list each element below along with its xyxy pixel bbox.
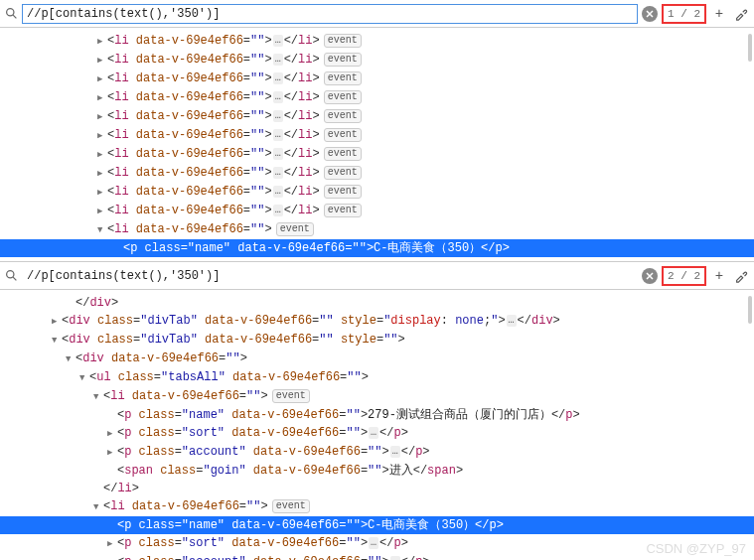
tree-row[interactable]: <p class="account" data-v-69e4ef66="">…<… (0, 553, 754, 560)
event-badge[interactable]: event (324, 166, 362, 180)
scrollbar-thumb[interactable] (748, 34, 752, 62)
tree-row[interactable]: <li data-v-69e4ef66="">event (0, 497, 754, 516)
event-badge[interactable]: event (276, 222, 314, 236)
eyedropper-icon[interactable] (732, 5, 750, 23)
ellipsis-icon[interactable]: … (273, 129, 283, 141)
ellipsis-icon[interactable]: … (369, 427, 378, 439)
event-badge[interactable]: event (324, 71, 362, 85)
svg-line-1 (13, 15, 16, 18)
devtools-panel-2: 2 / 2 + </div><div class="divTab" data-v… (0, 262, 754, 560)
expand-arrow-icon[interactable] (97, 221, 107, 239)
ellipsis-icon[interactable]: … (273, 205, 283, 216)
tree-row[interactable]: <li data-v-69e4ef66="">event (0, 220, 754, 239)
ellipsis-icon[interactable]: … (273, 110, 283, 122)
expand-arrow-icon[interactable] (52, 332, 62, 350)
expand-arrow-icon[interactable] (107, 444, 117, 462)
expand-arrow-icon[interactable] (93, 498, 103, 516)
dom-tree[interactable]: <li data-v-69e4ef66="">…</li>event<li da… (0, 28, 754, 261)
tree-row[interactable]: <li data-v-69e4ef66="">…</li>event (0, 88, 754, 107)
eyedropper-icon[interactable] (732, 267, 750, 285)
tree-row[interactable]: <li data-v-69e4ef66="">…</li>event (0, 145, 754, 164)
event-badge[interactable]: event (324, 53, 362, 67)
event-badge[interactable]: event (324, 147, 362, 161)
ellipsis-icon[interactable]: … (273, 35, 283, 47)
expand-arrow-icon[interactable] (107, 554, 117, 560)
expand-arrow-icon[interactable] (97, 89, 107, 107)
tree-row[interactable]: </div> (0, 294, 754, 312)
svg-point-0 (6, 9, 13, 16)
event-badge[interactable]: event (272, 389, 310, 403)
tree-row[interactable]: </li> (0, 480, 754, 497)
tree-row[interactable]: <p class="sort" data-v-69e4ef66="">…</p> (0, 424, 754, 443)
expand-arrow-icon[interactable] (97, 70, 107, 88)
event-badge[interactable]: event (324, 109, 362, 123)
tree-row[interactable]: <p class="sort" data-v-69e4ef66="">…</p> (0, 534, 754, 553)
event-badge[interactable]: event (324, 34, 362, 48)
tree-row[interactable]: <p class="account" data-v-69e4ef66="">…<… (0, 443, 754, 462)
tree-row[interactable]: <ul class="tabsAll" data-v-69e4ef66=""> (0, 368, 754, 387)
ellipsis-icon[interactable]: … (369, 537, 378, 549)
ellipsis-icon[interactable]: … (273, 72, 283, 84)
event-badge[interactable]: event (324, 185, 362, 199)
search-input[interactable] (22, 266, 638, 286)
event-badge[interactable]: event (324, 90, 362, 104)
match-count: 1 / 2 (662, 4, 706, 24)
ellipsis-icon[interactable]: … (507, 315, 517, 327)
tree-row[interactable]: <p class="name" data-v-69e4ef66="">279-测… (0, 406, 754, 424)
tree-row[interactable]: <p class="name" data-v-69e4ef66="">C-电商美… (0, 516, 754, 534)
tree-row[interactable]: <li data-v-69e4ef66="">…</li>event (0, 32, 754, 51)
search-bar: 1 / 2 + (0, 0, 754, 28)
ellipsis-icon[interactable]: … (390, 556, 400, 560)
tree-row[interactable]: <li data-v-69e4ef66="">…</li>event (0, 51, 754, 70)
tree-row[interactable]: <li data-v-69e4ef66="">…</li>event (0, 70, 754, 88)
search-input[interactable] (22, 4, 638, 24)
event-badge[interactable]: event (272, 499, 310, 513)
event-badge[interactable]: event (324, 128, 362, 142)
tree-row[interactable]: <div data-v-69e4ef66=""> (0, 350, 754, 368)
match-count: 2 / 2 (662, 266, 706, 286)
ellipsis-icon[interactable]: … (273, 148, 283, 160)
tree-row[interactable]: <p class="name" data-v-69e4ef66="">C-电商美… (0, 239, 754, 257)
tree-row[interactable]: <li data-v-69e4ef66="">…</li>event (0, 107, 754, 126)
svg-line-5 (13, 277, 16, 280)
expand-arrow-icon[interactable] (97, 52, 107, 70)
search-icon (4, 7, 18, 21)
expand-arrow-icon[interactable] (79, 369, 89, 387)
ellipsis-icon[interactable]: … (273, 167, 283, 179)
expand-arrow-icon[interactable] (107, 535, 117, 553)
tree-row[interactable]: <span class="goin" data-v-69e4ef66="">进入… (0, 462, 754, 480)
clear-search-icon[interactable] (642, 6, 658, 22)
search-icon (4, 269, 18, 283)
ellipsis-icon[interactable]: … (273, 54, 283, 66)
expand-arrow-icon[interactable] (97, 33, 107, 51)
add-button[interactable]: + (710, 267, 728, 285)
tree-row[interactable]: <li data-v-69e4ef66="">…</li>event (0, 183, 754, 202)
search-bar: 2 / 2 + (0, 262, 754, 290)
devtools-panel-1: 1 / 2 + <li data-v-69e4ef66="">…</li>eve… (0, 0, 754, 262)
dom-tree[interactable]: </div><div class="divTab" data-v-69e4ef6… (0, 290, 754, 560)
tree-row[interactable]: <li data-v-69e4ef66="">…</li>event (0, 202, 754, 220)
ellipsis-icon[interactable]: … (273, 186, 283, 198)
event-badge[interactable]: event (324, 204, 362, 217)
expand-arrow-icon[interactable] (93, 388, 103, 406)
svg-point-4 (6, 271, 13, 278)
expand-arrow-icon[interactable] (97, 184, 107, 202)
scrollbar-thumb[interactable] (748, 296, 752, 324)
tree-row[interactable]: <li data-v-69e4ef66="">…</li>event (0, 164, 754, 183)
add-button[interactable]: + (710, 5, 728, 23)
ellipsis-icon[interactable]: … (273, 91, 283, 103)
expand-arrow-icon[interactable] (97, 203, 107, 220)
ellipsis-icon[interactable]: … (390, 446, 400, 458)
clear-search-icon[interactable] (642, 268, 658, 284)
tree-row[interactable]: <li data-v-69e4ef66="">event (0, 387, 754, 406)
expand-arrow-icon[interactable] (52, 313, 62, 331)
expand-arrow-icon[interactable] (107, 425, 117, 443)
tree-row[interactable]: <div class="divTab" data-v-69e4ef66="" s… (0, 331, 754, 350)
tree-row[interactable]: <li data-v-69e4ef66="">…</li>event (0, 126, 754, 145)
expand-arrow-icon[interactable] (97, 165, 107, 183)
tree-row[interactable]: <div class="divTab" data-v-69e4ef66="" s… (0, 312, 754, 331)
expand-arrow-icon[interactable] (66, 350, 75, 368)
expand-arrow-icon[interactable] (97, 146, 107, 164)
expand-arrow-icon[interactable] (97, 127, 107, 145)
expand-arrow-icon[interactable] (97, 108, 107, 126)
